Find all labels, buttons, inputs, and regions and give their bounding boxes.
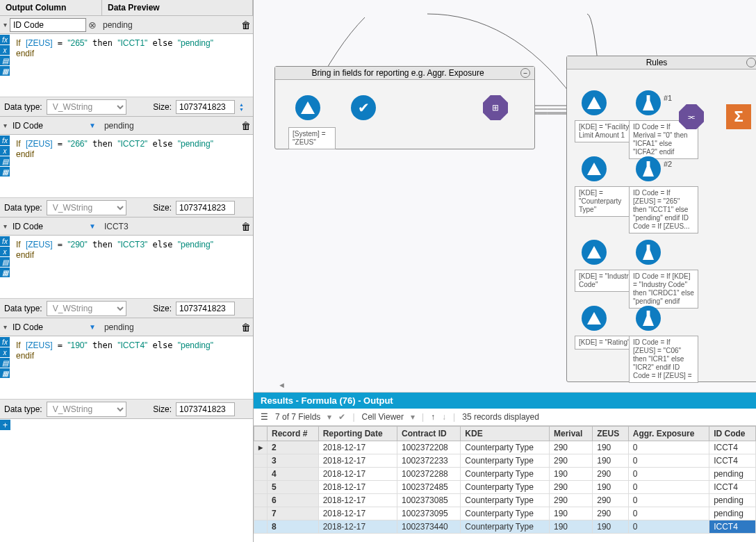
column-header[interactable]: ID Code [709, 427, 756, 441]
table-cell[interactable]: 0 [628, 468, 709, 481]
size-input[interactable] [176, 201, 235, 215]
folder-icon[interactable]: ▤ [0, 358, 10, 368]
table-cell[interactable]: ICCT4 [709, 454, 756, 468]
table-cell[interactable]: Counterparty Type [461, 520, 550, 534]
dropdown-icon[interactable]: ▼ [85, 122, 100, 129]
var-icon[interactable]: x [0, 347, 10, 357]
var-icon[interactable]: x [0, 45, 10, 55]
formula-tool[interactable] [636, 306, 662, 332]
spin-down-icon[interactable]: ▼ [239, 107, 249, 112]
dropdown-icon[interactable]: ▼ [85, 323, 100, 331]
table-row[interactable]: 32018-12-171002372233Counterparty Type29… [254, 454, 756, 468]
table-cell[interactable]: 4 [268, 468, 319, 481]
fx-icon[interactable]: fx [0, 236, 10, 246]
table-cell[interactable]: Counterparty Type [461, 481, 550, 494]
collapse-icon[interactable]: – [520, 68, 530, 78]
delete-icon[interactable]: 🗑 [239, 19, 253, 31]
dna-tool[interactable]: ⫘ [679, 104, 705, 131]
formula-tool[interactable] [636, 240, 662, 266]
table-row[interactable]: ▸22018-12-171002372208Counterparty Type2… [254, 441, 756, 454]
table-row[interactable]: 42018-12-171002372288Counterparty Type19… [254, 468, 756, 481]
formula-editor[interactable]: If [ZEUS] = "265" then "ICCT1" else "pen… [10, 34, 253, 97]
output-column-label[interactable]: ID Code [10, 222, 85, 231]
scroll-left-icon[interactable]: ◄ [278, 381, 286, 389]
arrow-up-icon[interactable]: ↑ [431, 412, 435, 422]
table-cell[interactable]: ICCT4 [709, 520, 756, 534]
column-header[interactable]: ZEUS [593, 427, 629, 441]
table-cell[interactable]: 2 [268, 441, 319, 454]
delete-icon[interactable]: 🗑 [239, 120, 253, 131]
table-cell[interactable]: 1002373440 [397, 520, 461, 534]
table-cell[interactable]: 190 [593, 481, 629, 494]
spin-up-icon[interactable]: ▲ [239, 102, 249, 107]
table-cell[interactable]: 1002372485 [397, 481, 461, 494]
join-tool[interactable]: ⊞ [483, 95, 509, 122]
formula-tool[interactable] [636, 156, 662, 183]
table-cell[interactable]: 290 [593, 494, 629, 507]
output-column-input[interactable] [10, 18, 86, 32]
table-cell[interactable]: 190 [593, 520, 629, 534]
datatype-select[interactable]: V_WString [47, 200, 126, 215]
table-cell[interactable]: 2018-12-17 [318, 520, 397, 534]
column-header[interactable]: Contract ID [397, 427, 461, 441]
fx-icon[interactable]: fx [0, 337, 10, 347]
table-cell[interactable]: 290 [593, 507, 629, 520]
output-column-label[interactable]: ID Code [10, 322, 85, 332]
table-row[interactable]: 82018-12-171002373440Counterparty Type19… [254, 520, 756, 534]
table-cell[interactable]: 1002373095 [397, 507, 461, 520]
table-cell[interactable]: 290 [549, 441, 592, 454]
menu-icon[interactable]: ☰ [261, 412, 268, 422]
table-cell[interactable]: 190 [549, 520, 592, 534]
var-icon[interactable]: x [0, 247, 10, 256]
collapse-icon[interactable]: ▾ [0, 323, 10, 331]
save-icon[interactable]: ▦ [0, 167, 10, 176]
table-cell[interactable]: 0 [628, 454, 709, 468]
table-cell[interactable]: ICCT4 [709, 441, 756, 454]
table-cell[interactable]: Counterparty Type [461, 468, 550, 481]
folder-icon[interactable]: ▤ [0, 56, 10, 65]
table-row[interactable]: 52018-12-171002372485Counterparty Type29… [254, 481, 756, 494]
formula-editor[interactable]: If [ZEUS] = "190" then "ICCT4" else "pen… [10, 336, 253, 399]
table-cell[interactable]: 0 [628, 441, 709, 454]
table-cell[interactable]: Counterparty Type [461, 454, 550, 468]
table-cell[interactable]: 190 [593, 441, 629, 454]
table-cell[interactable]: 290 [593, 468, 629, 481]
arrow-down-icon[interactable]: ↓ [442, 412, 446, 422]
table-cell[interactable]: 5 [268, 481, 319, 494]
table-cell[interactable]: 0 [628, 481, 709, 494]
table-cell[interactable]: 290 [549, 481, 592, 494]
delete-icon[interactable]: 🗑 [239, 322, 253, 333]
filter-tool[interactable] [582, 240, 608, 266]
var-icon[interactable]: x [0, 146, 10, 156]
summarize-tool[interactable]: Σ [726, 104, 753, 131]
workflow-canvas[interactable]: Bring in fields for reporting e.g. Aggr.… [254, 0, 756, 393]
table-cell[interactable]: 2018-12-17 [318, 507, 397, 520]
table-cell[interactable]: 6 [268, 494, 319, 507]
table-cell[interactable]: 290 [549, 494, 592, 507]
cell-viewer-label[interactable]: Cell Viewer [362, 412, 404, 422]
column-header[interactable]: Record # [268, 427, 319, 441]
table-cell[interactable]: 1002373085 [397, 494, 461, 507]
table-cell[interactable]: 2018-12-17 [318, 494, 397, 507]
table-cell[interactable]: 2018-12-17 [318, 441, 397, 454]
table-cell[interactable]: 2018-12-17 [318, 468, 397, 481]
table-cell[interactable]: Counterparty Type [461, 507, 550, 520]
table-cell[interactable]: 3 [268, 454, 319, 468]
filter-tool[interactable] [295, 95, 322, 122]
dropdown-icon[interactable]: ▼ [85, 222, 100, 230]
folder-icon[interactable]: ▤ [0, 156, 10, 166]
size-input[interactable] [176, 402, 235, 416]
formula-editor[interactable]: If [ZEUS] = "290" then "ICCT3" else "pen… [10, 236, 253, 298]
fx-icon[interactable]: fx [0, 35, 10, 44]
datatype-select[interactable]: V_WString [47, 301, 126, 316]
output-column-label[interactable]: ID Code [10, 121, 85, 131]
table-cell[interactable]: pending [709, 494, 756, 507]
table-cell[interactable]: 290 [549, 454, 592, 468]
add-formula-button[interactable]: + [0, 420, 10, 430]
clear-icon[interactable]: ⊗ [86, 19, 99, 31]
table-cell[interactable]: 8 [268, 520, 319, 534]
table-row[interactable]: 62018-12-171002373085Counterparty Type29… [254, 494, 756, 507]
column-header[interactable]: Aggr. Exposure [628, 427, 709, 441]
column-header[interactable]: Reporting Date [318, 427, 397, 441]
table-cell[interactable]: pending [709, 507, 756, 520]
